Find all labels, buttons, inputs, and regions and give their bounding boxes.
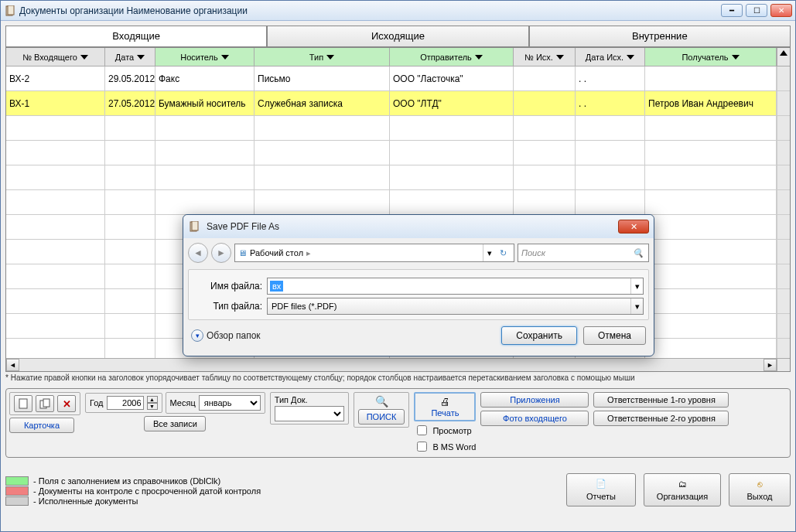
tab-incoming[interactable]: Входящие bbox=[5, 26, 267, 46]
main-tabs: Входящие Исходящие Внутренние bbox=[5, 26, 791, 47]
legend-swatch-red bbox=[5, 486, 29, 496]
grid-header-row: № Входящего Дата Носитель Тип Отправител… bbox=[6, 48, 790, 66]
col-header-type[interactable]: Тип bbox=[255, 48, 390, 66]
col-header-inc-no[interactable]: № Входящего bbox=[6, 48, 105, 66]
filetype-select[interactable]: PDF files (*.PDF) ▾ bbox=[267, 298, 644, 315]
tab-outgoing[interactable]: Исходящие bbox=[267, 26, 528, 46]
all-records-button[interactable]: Все записи bbox=[144, 416, 206, 431]
hscroll-right[interactable]: ► bbox=[764, 359, 777, 371]
grid-vscroll-up[interactable] bbox=[777, 48, 790, 66]
titlebar: Документы организации Наименование орган… bbox=[1, 1, 795, 21]
photo-incoming-button[interactable]: Фото входящего bbox=[480, 411, 589, 426]
filetype-label: Тип файла: bbox=[193, 301, 267, 312]
table-row bbox=[6, 190, 790, 215]
svg-rect-4 bbox=[43, 399, 50, 407]
grid-hint: * Нажатие правой кнопки на заголовок упо… bbox=[5, 373, 791, 382]
table-row bbox=[6, 116, 790, 141]
resp-level2-button[interactable]: Ответственные 2-го уровня bbox=[593, 411, 729, 426]
organization-button[interactable]: 🗂 Организация bbox=[644, 473, 721, 506]
dialog-search-input[interactable]: Поиск 🔍 bbox=[518, 244, 649, 262]
app-icon bbox=[4, 5, 16, 17]
filename-label: Имя файла: bbox=[193, 281, 267, 292]
reports-icon: 📄 bbox=[596, 479, 606, 489]
dialog-close-button[interactable]: ✕ bbox=[618, 220, 649, 234]
refresh-icon[interactable]: ↻ bbox=[495, 248, 511, 258]
year-label: Год bbox=[90, 398, 104, 408]
dialog-title: Save PDF File As bbox=[207, 221, 618, 232]
search-icon: 🔍 bbox=[633, 248, 644, 258]
save-pdf-dialog: Save PDF File As ✕ ◄ ► 🖥 Рабочий стол ▸ … bbox=[183, 214, 654, 356]
organization-icon: 🗂 bbox=[678, 479, 687, 489]
copy-doc-button[interactable] bbox=[36, 395, 54, 412]
filename-input[interactable]: вх bbox=[270, 281, 283, 292]
exit-button[interactable]: ⎋ Выход bbox=[729, 473, 791, 506]
col-header-out-no[interactable]: № Исх. bbox=[514, 48, 576, 66]
maximize-button[interactable]: ☐ bbox=[746, 4, 767, 17]
year-spinner[interactable]: ▲▼ bbox=[147, 396, 158, 410]
tab-internal[interactable]: Внутренние bbox=[529, 26, 791, 46]
svg-rect-6 bbox=[192, 221, 198, 230]
browse-folders-toggle[interactable]: ▾ Обзор папок bbox=[191, 329, 261, 342]
legend-swatch-green bbox=[5, 476, 29, 486]
col-header-sender[interactable]: Отправитель bbox=[390, 48, 514, 66]
binoculars-icon: 🔍 bbox=[375, 395, 388, 408]
card-button[interactable]: Карточка bbox=[9, 418, 74, 433]
chevron-down-icon: ▾ bbox=[191, 329, 203, 342]
col-header-out-date[interactable]: Дата Исх. bbox=[576, 48, 645, 66]
table-row[interactable]: ВХ-1 27.05.2012 Бумажный носитель Служеб… bbox=[6, 91, 790, 116]
attachments-button[interactable]: Приложения bbox=[480, 392, 589, 408]
month-label: Месяц bbox=[170, 398, 196, 408]
dialog-app-icon bbox=[188, 220, 200, 233]
main-window: Документы организации Наименование орган… bbox=[0, 0, 796, 532]
desktop-icon: 🖥 bbox=[238, 248, 247, 257]
printer-icon: 🖨 bbox=[440, 396, 450, 408]
exit-icon: ⎋ bbox=[757, 479, 763, 489]
legend-area: - Поля с заполнением из справочников (Db… bbox=[5, 473, 791, 506]
svg-rect-1 bbox=[8, 5, 14, 15]
nav-forward-button[interactable]: ► bbox=[211, 243, 231, 263]
table-row bbox=[6, 141, 790, 165]
hscroll-left[interactable]: ◄ bbox=[6, 359, 19, 371]
legend-swatch-grey bbox=[5, 496, 29, 506]
search-button[interactable]: ПОИСК bbox=[358, 409, 405, 425]
year-input[interactable] bbox=[107, 396, 144, 410]
col-header-date[interactable]: Дата bbox=[105, 48, 155, 66]
nav-back-button[interactable]: ◄ bbox=[188, 243, 208, 263]
save-button[interactable]: Сохранить bbox=[501, 326, 577, 345]
location-breadcrumb[interactable]: 🖥 Рабочий стол ▸ ▾ ↻ bbox=[234, 244, 514, 262]
reports-button[interactable]: 📄 Отчеты bbox=[566, 473, 636, 506]
msword-checkbox[interactable] bbox=[417, 442, 427, 452]
col-header-carrier[interactable]: Носитель bbox=[155, 48, 255, 66]
month-select[interactable]: январь bbox=[199, 395, 261, 411]
print-button[interactable]: Печать bbox=[431, 408, 459, 418]
titlebar-title: Документы организации Наименование орган… bbox=[19, 5, 721, 16]
resp-level1-button[interactable]: Ответственные 1-го уровня bbox=[593, 392, 729, 408]
preview-checkbox[interactable] bbox=[417, 425, 427, 435]
delete-doc-button[interactable]: ✕ bbox=[57, 395, 76, 412]
doc-type-label: Тип Док. bbox=[275, 395, 308, 404]
doc-type-select[interactable] bbox=[275, 406, 344, 421]
cancel-button[interactable]: Отмена bbox=[583, 326, 646, 345]
minimize-button[interactable]: ━ bbox=[721, 4, 743, 17]
dialog-titlebar: Save PDF File As ✕ bbox=[183, 215, 654, 238]
grid-hscroll[interactable]: ◄ ► bbox=[6, 358, 790, 371]
table-row bbox=[6, 165, 790, 190]
table-row[interactable]: ВХ-2 29.05.2012 Факс Письмо ООО "Ласточк… bbox=[6, 66, 790, 91]
bottom-toolbar: ✕ Карточка Год ▲▼ Месяц январь bbox=[5, 388, 791, 458]
col-header-recipient[interactable]: Получатель bbox=[645, 48, 777, 66]
svg-rect-2 bbox=[19, 399, 27, 408]
location-dropdown[interactable]: ▾ bbox=[483, 244, 495, 261]
close-button[interactable]: ✕ bbox=[770, 4, 792, 17]
new-doc-button[interactable] bbox=[14, 395, 32, 412]
filename-dropdown[interactable]: ▾ bbox=[630, 278, 643, 294]
